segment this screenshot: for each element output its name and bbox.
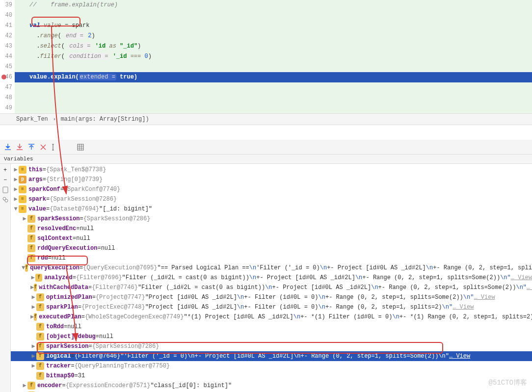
grid-icon[interactable]: [77, 143, 84, 151]
line-number: 39: [0, 0, 15, 10]
upload-icon[interactable]: [27, 143, 35, 151]
download-icon[interactable]: [4, 143, 12, 151]
tree-row-bitmap[interactable]: fbitmap$0 = 31: [11, 371, 532, 381]
variables-header: Variables: [0, 155, 532, 164]
svg-point-3: [5, 199, 8, 202]
tree-row-debug[interactable]: f[object] debug = null: [11, 332, 532, 341]
code-line-active: value.explain(extended = true): [15, 72, 532, 82]
breadcrumb[interactable]: Spark_Ten › main(args: Array[String]): [0, 113, 532, 125]
tree-row-value[interactable]: ▼≡value = {Dataset@7694} "[_id: bigint]": [11, 204, 532, 214]
code-line: val value = spark: [15, 21, 532, 31]
tree-row-rddqueryexecution[interactable]: frddQueryExecution = null: [11, 243, 532, 253]
cross-arrow-icon[interactable]: [39, 143, 47, 151]
code-line: .select( cols = 'id as "_id"): [15, 41, 532, 52]
tree-row-sparkplan[interactable]: ▶fsparkPlan = {ProjectExec@7748} "Projec…: [11, 302, 532, 312]
collapse-icon[interactable]: ▼: [13, 204, 19, 214]
debug-toolbar: [0, 140, 532, 155]
breadcrumb-item[interactable]: main(args: Array[String]): [59, 116, 151, 123]
link-icon[interactable]: [2, 196, 9, 203]
download-red-icon[interactable]: [16, 143, 24, 151]
tree-row-tordd[interactable]: ftoRdd = null: [11, 322, 532, 332]
tree-row-tracker[interactable]: ▶ftracker = {QueryPlanningTracker@7750}: [11, 361, 532, 371]
expand-icon[interactable]: ▶: [13, 165, 19, 175]
code-editor[interactable]: 39// frame.explain(true) 40 41val value …: [0, 0, 532, 113]
field-icon: f: [27, 215, 35, 223]
svg-rect-0: [78, 144, 83, 150]
code-line: .range( end = 2): [15, 31, 532, 41]
tree-row-sparksession[interactable]: ▶fsparkSession = {SparkSession@7286}: [11, 214, 532, 224]
watermark: @51CTO博客: [489, 378, 527, 387]
tree-row-spark[interactable]: ▶≡spark = {SparkSession@7286}: [11, 194, 532, 204]
cursor-icon[interactable]: [51, 143, 59, 151]
code-line: .filter( condition = '_id === 0): [15, 52, 532, 62]
tree-row-queryexecution[interactable]: ▼fqueryExecution = {QueryExecution@7695}…: [11, 263, 532, 273]
tree-row-resolvedenc[interactable]: fresolvedEnc = null: [11, 224, 532, 234]
view-link[interactable]: … View: [511, 273, 532, 283]
param-icon: p: [19, 176, 27, 183]
tree-row-sparkconf[interactable]: ▶≡sparkConf = {SparkConf@7740}: [11, 184, 532, 194]
plus-icon[interactable]: +: [3, 167, 7, 174]
tree-row-sparksession2[interactable]: ▶fsparkSession = {SparkSession@7286}: [11, 341, 532, 351]
breakpoint-icon[interactable]: [1, 75, 6, 79]
tree-row-optimizedplan[interactable]: ▶foptimizedPlan = {Project@7747} "Projec…: [11, 292, 532, 302]
svg-rect-1: [3, 187, 8, 193]
tree-row-sqlcontext[interactable]: fsqlContext = null: [11, 234, 532, 243]
variables-panel: + − ▶≡this = {Spark_Ten$@7738} ▶pargs = …: [0, 164, 532, 392]
tree-row-executedplan[interactable]: ▶fexecutedPlan = {WholeStageCodegenExec@…: [11, 312, 532, 322]
breadcrumb-item[interactable]: Spark_Ten: [15, 116, 50, 123]
code-line: // frame.explain(true): [15, 0, 532, 10]
tree-row-logical-selected[interactable]: ▶flogical = {Filter@7646} "'Filter ('_id…: [11, 351, 532, 361]
tree-row-this[interactable]: ▶≡this = {Spark_Ten$@7738}: [11, 165, 532, 175]
tree-row-args[interactable]: ▶pargs = {String[0]@7739}: [11, 175, 532, 184]
tree-row-withcacheddata[interactable]: ▶fwithCachedData = {Filter@7746} "Filter…: [11, 283, 532, 292]
variables-tree[interactable]: ▶≡this = {Spark_Ten$@7738} ▶pargs = {Str…: [11, 164, 532, 392]
static-icon: ≡: [19, 166, 27, 174]
clipboard-icon[interactable]: [2, 186, 9, 193]
tree-row-encoder[interactable]: ▶fencoder = {ExpressionEncoder@7571} "cl…: [11, 381, 532, 391]
left-gutter: + −: [0, 164, 11, 392]
minus-icon[interactable]: −: [3, 177, 7, 183]
tree-row-rdd[interactable]: frdd = null: [11, 253, 532, 263]
tree-row-analyzed[interactable]: ▶fanalyzed = {Filter@7696} "Filter (_id#…: [11, 273, 532, 283]
